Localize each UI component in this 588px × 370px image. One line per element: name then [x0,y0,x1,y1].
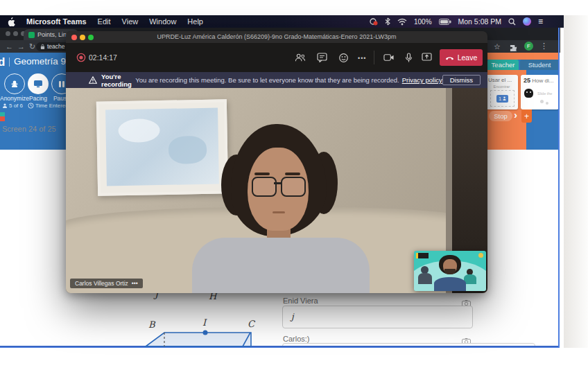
card-title: How di... [532,78,553,84]
eyebrow [254,173,270,175]
chat-icon[interactable] [316,52,327,63]
browser-minimize-button[interactable] [13,31,18,36]
participants-icon[interactable] [295,52,306,63]
screen-card-current[interactable]: Usar el ... Encontrar 1 [485,75,518,109]
wifi-icon[interactable] [397,17,407,26]
battery-percent: 100% [414,18,432,26]
minimize-button[interactable] [80,35,85,40]
sort-time-entered[interactable]: Time Entered [28,103,69,109]
reload-icon[interactable]: ↻ [29,40,35,53]
glasses-bridge [274,182,281,184]
apple-menu-icon[interactable] [7,17,15,26]
more-options-icon[interactable]: ••• [358,55,366,62]
tab-student[interactable]: Student [520,60,559,70]
illustration-figure [418,273,432,284]
next-screen-chevron[interactable]: › [514,109,517,121]
pacing-screen-icon [33,80,43,88]
person-face [248,148,309,231]
badge-person-icon [503,96,506,100]
card-dot [540,100,544,103]
self-beard [444,269,456,274]
browser-profile-avatar[interactable]: F [524,42,533,51]
glasses-right-lens [281,177,306,197]
notification-center-icon[interactable]: ≡ [538,17,543,26]
teams-window-title: UPRDE-Luz América Calderón (S66209)-9no … [66,31,487,43]
screen-recording-icon[interactable] [369,17,378,26]
bluetooth-icon[interactable] [385,17,390,26]
url-text: teache [47,43,65,50]
spotlight-search-icon[interactable] [508,17,516,26]
camera-icon[interactable] [383,52,395,63]
leave-button[interactable]: Leave [440,49,483,66]
glasses-left-lens [252,177,277,197]
students-count: 5 of 6 [2,103,23,109]
menu-help[interactable]: Help [187,17,203,26]
self-view-video[interactable] [414,251,486,291]
recording-banner: You're recording You are recording this … [66,72,487,88]
warning-icon [89,76,97,84]
desmos-logo: d [0,55,5,69]
participant-more-icon[interactable]: ••• [132,280,138,287]
meeting-timer: 02:14:17 [89,53,117,62]
forward-icon[interactable]: → [17,40,25,53]
share-screen-icon[interactable] [421,52,432,63]
card-subtitle: Encontrar [485,85,518,89]
screen-card-25[interactable]: 25 How di... Slide the [521,75,559,109]
recording-indicator-icon [76,52,87,63]
left-edge-red-fragment [0,116,5,121]
point-I-handle[interactable] [203,331,208,335]
dismiss-button[interactable]: Dismiss [442,75,481,85]
point-label-I: I [202,317,206,328]
point-label-C: C [248,319,254,329]
microphone-icon[interactable] [403,52,414,63]
screen-indicator: Screen 24 of 25 [2,125,56,133]
card-face-icon [524,89,533,98]
privacy-policy-link[interactable]: Privacy policy [402,76,442,84]
desmos-favicon-icon [28,32,35,38]
card-title: Usar el ... [485,75,518,83]
overlay-logo [478,253,483,258]
macos-menubar: Microsoft Teams Edit View Window Help 10… [0,15,564,28]
add-screen-button[interactable]: + [521,109,532,123]
lock-icon [40,44,45,50]
menu-edit[interactable]: Edit [98,17,111,26]
screenshot-root: Microsoft Teams Edit View Window Help 10… [0,0,588,370]
siri-icon[interactable] [523,17,531,26]
pause-icon [58,80,65,88]
card-number: 25 [524,77,530,84]
close-button[interactable] [71,35,77,40]
back-icon[interactable]: ← [6,40,13,53]
stop-button[interactable]: Stop [489,111,512,121]
zoom-button[interactable] [88,35,94,40]
tab-teacher[interactable]: Teacher [487,60,519,70]
point-label-B: B [148,319,155,330]
bookmark-star-icon[interactable]: ☆ [494,42,501,51]
toolbar-divider [374,51,374,64]
desktop-background [564,15,588,348]
battery-icon[interactable] [439,17,451,26]
clock-sort-icon [28,103,34,109]
pacing-button[interactable] [28,73,49,94]
overlay-logo [416,253,429,258]
trapezoid-shape [146,333,251,346]
hangup-phone-icon [445,55,454,60]
menubar-app-name[interactable]: Microsoft Teams [26,17,87,26]
self-shirt [434,277,466,291]
students-icon [2,103,8,108]
browser-menu-kebab-icon[interactable]: ⋮ [540,42,548,51]
browser-close-button[interactable] [6,31,10,36]
mouth [273,211,285,213]
menu-view[interactable]: View [122,17,139,26]
banner-bold-text: You're recording [101,73,132,88]
menubar-clock[interactable]: Mon 5:08 PM [458,17,501,26]
menu-window[interactable]: Window [149,17,176,26]
header-divider [9,58,10,67]
eyebrow [285,173,300,175]
anonymize-label: Anonymize [0,95,31,102]
anonymize-button[interactable] [4,73,25,94]
anonymize-person-icon [10,79,19,89]
screenshare-border-right [558,28,560,348]
reactions-icon[interactable] [338,52,349,63]
student-count-badge: 1 [496,95,508,103]
card-dot [546,102,548,105]
